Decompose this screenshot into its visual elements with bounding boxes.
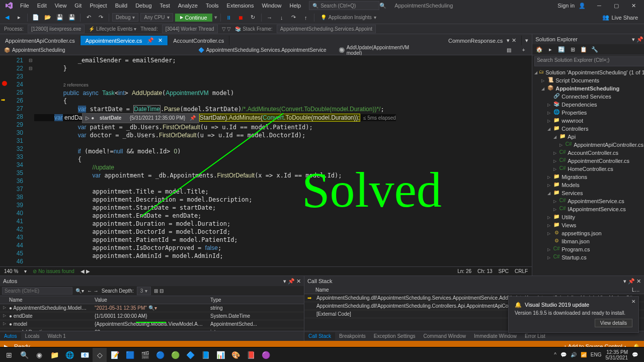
code-content[interactable]: _emailSender = emailSender; } 2 referenc… [34,55,532,266]
autos-tab[interactable]: Locals [21,332,44,340]
editor-tab[interactable]: AccountController.cs [168,36,229,45]
tree-item[interactable]: ▷C#IAppointmentService.cs [532,205,644,213]
menu-debug[interactable]: Debug [131,1,155,10]
breadcrumb-project[interactable]: 📦 AppointmentScheduling [4,47,65,53]
tree-item[interactable]: ▷C#Startup.cs [532,253,644,261]
autos-row[interactable]: ▷● AppointmentScheduling.Models.Vi..."20… [0,304,304,312]
tree-item[interactable]: ▷C#AppointmentService.cs [532,197,644,205]
tree-item[interactable]: ▷C#AppointmentController.cs [532,157,644,165]
menu-git[interactable]: Git [70,1,86,10]
step-out-button[interactable]: ↑ [301,13,311,23]
tree-item[interactable]: ▷C#AppointmentApiController.cs [532,141,644,149]
menu-file[interactable]: File [16,1,33,10]
toast-view-details-button[interactable]: View details [595,319,632,327]
tree-item[interactable]: ▷C#HomeController.cs [532,165,644,173]
restart-button[interactable]: ↻ [248,13,258,23]
editor-gutter[interactable]: ➡ [0,55,10,266]
fold-column[interactable]: ⊟⊟ [27,55,34,266]
platform-dropdown[interactable]: Any CPU▾ [140,13,173,22]
thread-dropdown[interactable]: [3044] Worker Thread [162,25,218,33]
add-button[interactable]: + [519,45,528,55]
start-button[interactable]: ⊞ [2,348,16,362]
menu-build[interactable]: Build [111,1,131,10]
menu-edit[interactable]: Edit [33,1,51,10]
liveshare-button[interactable]: 👥Live Share [598,13,642,22]
tree-item[interactable]: 🔗Connected Services [532,93,644,101]
task-search-icon[interactable]: 🔍 [17,348,31,362]
menu-tools[interactable]: Tools [202,1,223,10]
tree-item[interactable]: ▷📁Utility [532,213,644,221]
menu-extensions[interactable]: Extensions [223,1,258,10]
stop-button[interactable]: ⏹ [236,13,246,23]
menu-window[interactable]: Window [258,1,285,10]
se-home-button[interactable]: 🏠 [534,45,544,55]
minimize-button[interactable]: ─ [591,0,608,11]
issues-indicator[interactable]: ⊘ No issues found [33,268,74,274]
step-next-button[interactable]: → [265,13,275,23]
tree-item[interactable]: ▷📁Views [532,221,644,229]
breadcrumb-namespace[interactable]: 🔷 AppointmentScheduling.Services.Appoint… [198,47,327,53]
callstack-tab[interactable]: Error List [521,332,549,340]
tree-item[interactable]: ▷C#AccountController.cs [532,149,644,157]
quick-launch-search[interactable]: 🔍 Search (Ctrl+Q) [309,1,379,10]
tree-solution[interactable]: ◢🗂Solution 'AppointmentScheduling' (1 of… [532,68,644,76]
callstack-tab[interactable]: Call Stack [304,332,335,340]
menu-analyze[interactable]: Analyze [174,1,202,10]
user-icon[interactable]: 👤 [579,3,587,9]
process-dropdown[interactable]: [12800] iisexpress.exe [28,25,85,33]
new-button[interactable]: 📄 [31,13,41,23]
breakpoint-icon[interactable] [2,81,7,86]
autos-tab[interactable]: Autos [0,332,21,340]
tree-item[interactable]: ▷🌐Properties [532,109,644,117]
close-button[interactable]: ✕ [625,0,642,11]
tree-item[interactable]: ▷C#Program.cs [532,245,644,253]
undo-button[interactable]: ↶ [84,13,94,23]
tree-item[interactable]: ▷📁Models [532,181,644,189]
editor-tab[interactable]: CommonResponse.cs▾✕ [443,36,522,45]
solution-tree[interactable]: ◢🗂Solution 'AppointmentScheduling' (1 of… [532,67,644,276]
maximize-button[interactable]: ▢ [608,0,625,11]
autos-grid[interactable]: Name Value Type ▷● AppointmentScheduling… [0,296,304,331]
callstack-tab[interactable]: Exception Settings [370,332,420,340]
continue-button[interactable]: Continue [175,14,212,22]
callstack-tab[interactable]: Immediate Window [470,332,521,340]
tree-item[interactable]: ▷📁wwwroot [532,117,644,125]
tree-item[interactable]: ◢📁Services [532,189,644,197]
tree-item[interactable]: ▷📁Migrations [532,173,644,181]
editor-tab[interactable]: AppointmentService.cs📌✕ [80,36,169,45]
tree-item[interactable]: ◢📁Api [532,133,644,141]
editor-tab[interactable]: AppointmentApiController.cs [0,36,80,45]
tree-item[interactable]: ◢📦AppointmentScheduling [532,84,644,93]
tree-item[interactable]: ⚙libman.json [532,237,644,245]
config-dropdown[interactable]: Debug▾ [112,13,138,22]
signin-link[interactable]: Sign in [557,3,575,9]
tree-item[interactable]: ◢📁Controllers [532,125,644,133]
step-over-button[interactable]: ↷ [289,13,299,23]
pause-button[interactable]: ⏸ [224,13,234,23]
tab-overflow-button[interactable]: ▾ [522,35,532,45]
depth-dropdown[interactable]: 3 ▾ [137,287,151,295]
nav-back-button[interactable]: ◀ [2,13,12,23]
tree-item[interactable]: ▷📜Script Documents [532,76,644,84]
autos-search-input[interactable] [2,287,72,295]
step-into-button[interactable]: ↓ [277,13,287,23]
panel-pin-icon[interactable]: ▾ 📌 ✕ [632,36,644,43]
menu-project[interactable]: Project [86,1,111,10]
saveall-button[interactable]: 💾 [67,13,77,23]
insights-dropdown[interactable]: 💡 Application Insights ▾ [317,14,379,21]
redo-button[interactable]: ↷ [96,13,106,23]
autos-row[interactable]: ▷● endDate{1/1/0001 12:00:00 AM}System.D… [0,312,304,320]
callstack-tab[interactable]: Breakpoints [335,332,370,340]
se-search-input[interactable]: Search Solution Explorer (Ctrl+;) [534,56,644,66]
toast-close-button[interactable]: ✕ [631,299,635,304]
menu-view[interactable]: View [51,1,71,10]
open-button[interactable]: 📂 [43,13,53,23]
autos-tab[interactable]: Watch 1 [43,332,69,340]
tree-item[interactable]: ▷📚Dependencies [532,101,644,109]
zoom-level[interactable]: 140 % [4,268,18,274]
save-button[interactable]: 💾 [55,13,65,23]
stackframe-dropdown[interactable]: AppointmentScheduling.Services.Appoint [277,25,376,33]
menu-test[interactable]: Test [156,1,174,10]
menu-help[interactable]: Help [286,1,305,10]
tree-item[interactable]: ▷⚙appsettings.json [532,229,644,237]
